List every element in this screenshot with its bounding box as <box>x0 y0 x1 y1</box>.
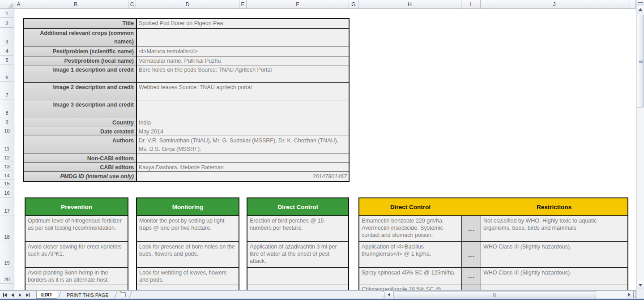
restriction-cell[interactable]: WHO Class III (Slightly hazardous). <box>481 242 627 267</box>
row-header-14[interactable]: 14 <box>0 171 14 180</box>
form-value-cell[interactable]: 20147801467 <box>137 172 349 181</box>
row-header-16[interactable]: 16 <box>0 188 14 197</box>
next-sheet-button[interactable] <box>17 292 22 298</box>
restriction-cell[interactable]: Not classified by WHO. Highly toxic to a… <box>481 216 627 241</box>
more-info-cell[interactable]: ... <box>461 268 481 284</box>
direct-control-yellow-header[interactable]: Direct Control <box>359 198 461 215</box>
row-header-20[interactable]: 20 <box>0 267 14 284</box>
row-header-6[interactable]: 6 <box>0 64 14 82</box>
form-label-cell[interactable]: Title <box>24 19 137 28</box>
form-value-cell[interactable] <box>137 100 349 118</box>
direct-control-cell[interactable]: Application of azadirachtin 3 ml per lit… <box>247 242 348 267</box>
scroll-left-button[interactable] <box>385 291 392 298</box>
monitoring-header[interactable]: Monitoring <box>137 198 239 216</box>
row-header-3[interactable]: 3 <box>0 28 14 46</box>
row-header-18[interactable]: 18 <box>0 215 14 241</box>
column-header-g[interactable]: G <box>349 0 358 9</box>
form-label-cell[interactable]: Image 1 description and credit <box>24 65 137 82</box>
form-label-cell[interactable]: CABI editors <box>24 163 137 171</box>
row-header-11[interactable]: 11 <box>0 135 14 153</box>
form-label-cell[interactable]: Country <box>24 118 137 127</box>
prevention-cell[interactable]: Avoid planting Sunn hemp in the borders … <box>26 268 128 284</box>
row-header-7[interactable]: 7 <box>0 82 14 99</box>
form-value-cell[interactable]: India <box>137 118 349 127</box>
form-label-cell[interactable]: PMDG ID (internal use only) <box>24 172 137 181</box>
prevention-cell[interactable] <box>26 284 128 290</box>
vertical-scroll-thumb[interactable] <box>637 15 644 107</box>
column-header-i[interactable]: I <box>461 0 481 9</box>
monitoring-cell[interactable] <box>137 284 239 290</box>
row-header-1[interactable]: 1 <box>0 9 14 18</box>
horizontal-split-handle[interactable] <box>633 291 636 298</box>
form-value-cell[interactable]: <i>Maruca testulalis</i> <box>137 47 349 56</box>
row-header-8[interactable]: 8 <box>0 99 14 117</box>
vertical-scrollbar[interactable] <box>636 0 644 300</box>
monitoring-cell[interactable]: Look for webbing of leaves, flowers and … <box>137 268 239 284</box>
horizontal-scrollbar[interactable] <box>382 291 636 299</box>
form-label-cell[interactable]: Image 3 description and credit <box>24 100 137 118</box>
vertical-split-handle[interactable] <box>637 0 644 5</box>
last-sheet-button[interactable] <box>25 292 30 298</box>
form-label-cell[interactable]: Pest/problem (local name) <box>24 56 137 65</box>
form-value-cell[interactable] <box>137 29 349 47</box>
form-value-cell[interactable]: Dr. V.R. Saminathan (TNAU), Mr. G. Sudak… <box>137 136 349 154</box>
column-header-b[interactable]: B <box>23 0 128 9</box>
monitoring-cell[interactable]: Look for presence of bore holes on the b… <box>137 242 239 267</box>
first-sheet-button[interactable] <box>2 292 7 298</box>
row-header-19[interactable]: 19 <box>0 241 14 267</box>
scroll-up-button[interactable] <box>637 5 644 13</box>
row-header-4[interactable]: 4 <box>0 46 14 56</box>
restriction-cell[interactable]: WHO Class III (Slightly hazardous). <box>481 268 627 284</box>
direct-control-cell[interactable] <box>247 268 348 284</box>
form-label-cell[interactable]: Non-CABI editors <box>24 154 137 163</box>
form-value-cell[interactable] <box>137 154 349 163</box>
vertical-scroll-track[interactable] <box>637 13 644 281</box>
more-info-cell[interactable] <box>461 284 481 290</box>
column-header-a[interactable]: A <box>14 0 23 9</box>
prevention-cell[interactable]: Optimum level of nitrogenous fertilizer … <box>26 216 128 241</box>
column-header-f[interactable]: F <box>247 0 349 9</box>
column-header-c[interactable]: C <box>128 0 136 9</box>
row-header-13[interactable]: 13 <box>0 162 14 171</box>
form-label-cell[interactable]: Pest/problem (scientific name) <box>24 47 137 56</box>
insert-worksheet-button[interactable]: ✦ <box>118 291 128 298</box>
previous-sheet-button[interactable] <box>10 292 15 298</box>
sheet-tab-print-this-page[interactable]: PRINT THIS PAGE <box>62 291 113 299</box>
form-value-cell[interactable]: Spotted Pod Borer on Pigeon Pea <box>137 19 349 28</box>
scroll-down-button[interactable] <box>637 281 644 289</box>
form-value-cell[interactable]: May 2014 <box>137 127 349 136</box>
form-value-cell[interactable]: Vernacular name: Pulli kai Puzhu <box>137 56 349 65</box>
more-info-cell[interactable]: ... <box>461 242 481 267</box>
control-cell[interactable]: Emamectin benzoate 220 gm/ha. Avermectin… <box>359 216 461 241</box>
row-header-5[interactable]: 5 <box>0 56 14 64</box>
direct-control-cell[interactable] <box>247 284 348 290</box>
scroll-right-button[interactable] <box>626 291 632 298</box>
direct-control-header[interactable]: Direct Control <box>247 198 348 216</box>
control-cell[interactable]: Chlorantraniliprole 18.5% SC @ <box>359 284 461 290</box>
row-header-12[interactable]: 12 <box>0 153 14 162</box>
column-header-j[interactable]: J <box>481 0 628 9</box>
prevention-header[interactable]: Prevention <box>26 198 128 216</box>
tab-split-handle[interactable] <box>382 291 384 298</box>
sheet-tab-edit[interactable]: EDIT <box>36 291 57 299</box>
prevention-cell[interactable]: Avoid closer sowing for erect varieties … <box>26 242 128 267</box>
form-value-cell[interactable]: Bore holes on the pods Source: TNAU Agri… <box>137 65 349 82</box>
form-value-cell[interactable]: Kavya Dashora, Melanie Bateman <box>137 163 349 171</box>
row-header-partial[interactable] <box>0 284 14 290</box>
restrictions-header[interactable]: Restrictions <box>481 198 627 215</box>
row-header-9[interactable]: 9 <box>0 117 14 126</box>
form-label-cell[interactable]: Additional relevant crops (common names) <box>24 29 137 47</box>
control-cell[interactable]: Spray spinosad 45% SC @ 125ml/ha. <box>359 268 461 284</box>
row-header-15[interactable]: 15 <box>0 180 14 188</box>
column-header-h[interactable]: H <box>358 0 461 9</box>
column-header-e[interactable]: E <box>239 0 247 9</box>
monitoring-cell[interactable]: Monitor the pest by setting up light tra… <box>137 216 239 241</box>
column-header-partial[interactable] <box>628 0 636 9</box>
horizontal-scroll-track[interactable] <box>392 291 626 298</box>
form-value-cell[interactable]: Webbed leaves Source: TNAU agritech port… <box>137 83 349 100</box>
form-label-cell[interactable]: Image 2 description and credit <box>24 83 137 100</box>
control-cell[interactable]: Application of <i>Bacillus thuringiensis… <box>359 242 461 267</box>
direct-control-cell[interactable]: Erection of bird perches @ 15 numbers pe… <box>247 216 348 241</box>
column-header-d[interactable]: D <box>136 0 239 9</box>
horizontal-scroll-thumb[interactable] <box>393 291 596 298</box>
